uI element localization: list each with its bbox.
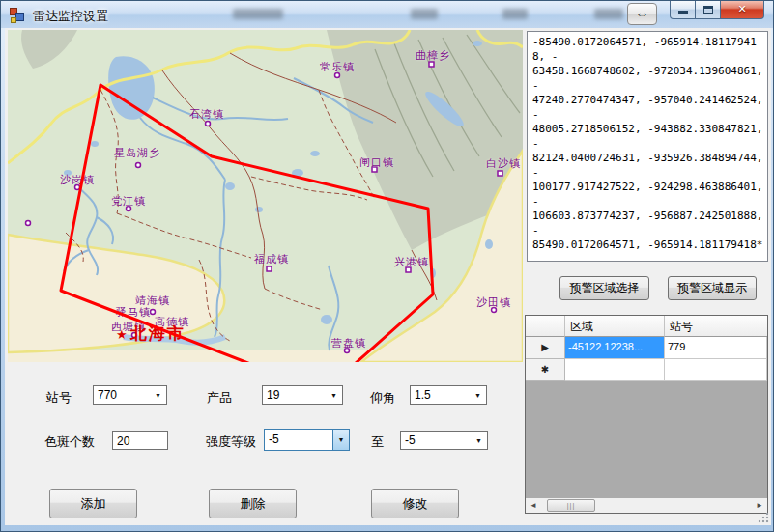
intensity-to-combobox[interactable]: -5 ▼ [400,431,488,450]
warning-area-display-button[interactable]: 预警区域显示 [668,276,757,300]
chevron-down-icon[interactable]: ▼ [470,386,486,404]
maximize-button[interactable] [696,1,721,19]
client-area: 石湾镇 星岛湖乡 沙岗镇 党江镇 常乐镇 曲樟乡 闸口镇 白沙镇 福成镇 兴港镇… [5,28,771,525]
regions-datagrid[interactable]: 区域 站号 ▶ -45122.12238... 779 ✱ ◄ ||| ► [525,315,768,514]
warning-polygon-layer [8,30,523,362]
scrollbar-thumb[interactable]: ||| [547,499,595,512]
blurred-text [502,9,528,19]
minimize-icon [678,11,688,14]
minimize-button[interactable] [670,1,696,19]
close-button[interactable]: ✕ [721,1,764,19]
scroll-right-icon[interactable]: ► [752,501,767,510]
warning-area-select-button[interactable]: 预警区域选择 [559,276,649,300]
app-icon [10,8,25,23]
chevron-down-icon[interactable]: ▼ [150,386,166,404]
grid-column-area[interactable]: 区域 [565,316,665,337]
new-row-indicator: ✱ [526,359,565,381]
radar-settings-window: 雷达监控设置 ⇔ ✕ [0,0,774,532]
current-row-indicator: ▶ [526,337,565,359]
intensity-combobox[interactable]: -5 ▼ [264,429,350,451]
map-view[interactable]: 石湾镇 星岛湖乡 沙岗镇 党江镇 常乐镇 曲樟乡 闸口镇 白沙镇 福成镇 兴港镇… [8,30,523,362]
warning-region-polygon [61,85,433,362]
grid-column-station[interactable]: 站号 [665,316,767,337]
maximize-icon [703,6,713,14]
spots-label: 色斑个数 [44,434,95,451]
intensity-label: 强度等级 [206,434,256,451]
resize-grip[interactable] [758,512,769,523]
coordinates-textbox[interactable]: -85490.0172064571, -965914.181179418, - … [527,31,768,262]
swap-arrows-button[interactable]: ⇔ [627,3,657,25]
grid-corner-cell[interactable] [526,316,565,337]
titlebar[interactable]: 雷达监控设置 ⇔ ✕ [1,1,774,28]
to-label: 至 [371,434,384,451]
station-label: 站号 [46,389,72,406]
delete-button[interactable]: 删除 [209,489,297,518]
scroll-left-icon[interactable]: ◄ [526,501,541,510]
blurred-text [411,9,438,19]
chevron-down-icon[interactable]: ▼ [471,432,487,449]
chevron-down-icon[interactable]: ▼ [326,386,342,404]
station-combobox[interactable]: 770 ▼ [93,385,167,405]
table-row[interactable]: ▶ -45122.12238... 779 [526,337,767,359]
spots-input[interactable] [112,431,168,450]
swap-arrows-icon: ⇔ [636,6,649,21]
cell-area-empty[interactable] [565,359,665,381]
add-button[interactable]: 添加 [49,489,137,518]
scroll-grip-icon: ||| [567,502,575,509]
grid-horizontal-scrollbar[interactable]: ◄ ||| ► [526,498,767,513]
chevron-down-icon[interactable]: ▼ [332,430,349,450]
blurred-text [233,9,283,19]
product-combobox[interactable]: 19 ▼ [262,385,343,405]
product-label: 产品 [207,389,232,406]
cell-station-empty[interactable] [665,359,767,381]
modify-button[interactable]: 修改 [371,489,459,518]
elevation-combobox[interactable]: 1.5 ▼ [410,385,487,405]
window-title: 雷达监控设置 [33,8,108,25]
cell-area[interactable]: -45122.12238... [565,337,665,359]
grid-header-row: 区域 站号 [526,316,767,337]
blurred-text [594,9,623,19]
elevation-label: 仰角 [370,389,395,406]
close-icon: ✕ [721,3,763,15]
table-row-new[interactable]: ✱ [526,359,767,381]
cell-station[interactable]: 779 [665,337,767,359]
